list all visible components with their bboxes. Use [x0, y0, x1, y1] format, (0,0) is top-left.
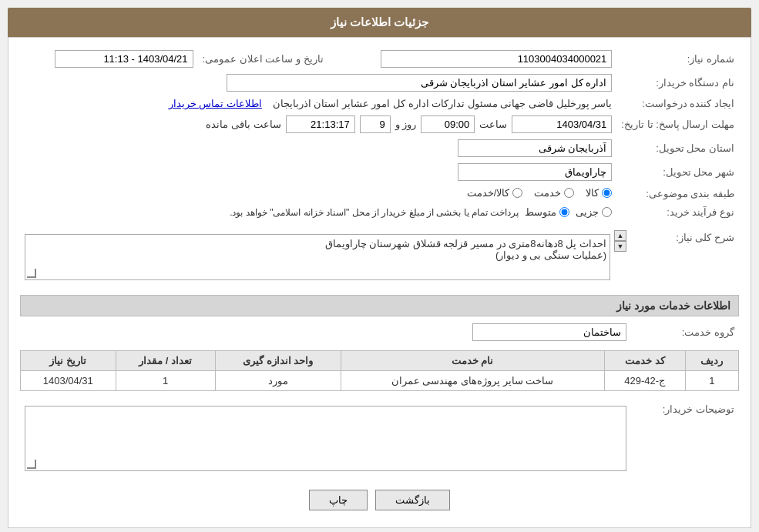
col-date: تاریخ نیاز [21, 351, 116, 371]
need-number-input[interactable] [381, 50, 612, 68]
purchase-type-jozi[interactable]: جزیی [576, 206, 612, 218]
purchase-type-note: پرداخت تمام یا بخشی از مبلغ خریدار از مح… [230, 207, 519, 218]
resize-handle[interactable] [27, 269, 36, 278]
buyer-description-label: توضیحات خریدار: [631, 399, 739, 478]
service-group-label: گروه خدمت: [631, 320, 739, 344]
purchase-type-motavaset[interactable]: متوسط [525, 206, 569, 218]
scroll-up-btn[interactable]: ▲ [614, 230, 626, 241]
deadline-remaining-label: ساعت باقی مانده [206, 119, 280, 130]
col-quantity: تعداد / مقدار [116, 351, 215, 371]
category-kala-khedmat-option[interactable]: کالا/خدمت [467, 187, 523, 199]
creator-label: ایجاد کننده درخواست: [616, 95, 739, 112]
scroll-down-btn[interactable]: ▼ [614, 241, 626, 252]
category-label: طبقه بندی موضوعی: [616, 184, 739, 203]
cell-service-code: ج-42-429 [604, 371, 685, 391]
deadline-label: مهلت ارسال پاسخ: تا تاریخ: [616, 112, 739, 136]
announcement-datetime-label: تاریخ و ساعت اعلان عمومی: [198, 47, 328, 71]
deadline-date-input[interactable] [512, 115, 612, 133]
col-service-code: کد خدمت [604, 351, 685, 371]
need-description-box: احداث پل 8دهانه8متری در مسیر قزلجه قشلاق… [25, 234, 610, 280]
col-unit: واحد اندازه گیری [215, 351, 341, 371]
service-group-input[interactable] [472, 323, 626, 341]
scroll-arrows[interactable]: ▲ ▼ [614, 230, 626, 252]
category-khedmat-option[interactable]: خدمت [534, 187, 574, 199]
button-group: بازگشت چاپ [20, 490, 739, 518]
buyer-description-box[interactable] [25, 406, 626, 471]
need-number-label: شماره نیاز: [616, 47, 739, 71]
buyer-org-label: نام دستگاه خریدار: [616, 71, 739, 95]
need-description-text: احداث پل 8دهانه8متری در مسیر قزلجه قشلاق… [29, 238, 606, 261]
back-button[interactable]: بازگشت [375, 490, 450, 510]
cell-date: 1403/04/31 [21, 371, 116, 391]
deadline-day-label: روز و [395, 119, 417, 130]
need-description-label: شرح کلی نیاز: [631, 227, 739, 287]
purchase-type-label: نوع فرآیند خرید: [616, 203, 739, 221]
buyer-org-input[interactable] [227, 74, 612, 92]
announcement-datetime-input[interactable] [55, 50, 193, 68]
col-row-num: ردیف [685, 351, 738, 371]
buyer-resize-handle[interactable] [27, 460, 36, 469]
city-input[interactable] [458, 163, 612, 181]
table-row: 1 ج-42-429 ساخت سایر پروژه‌های مهندسی عم… [21, 371, 739, 391]
cell-unit: مورد [215, 371, 341, 391]
city-label: شهر محل تحویل: [616, 160, 739, 184]
col-service-name: نام خدمت [341, 351, 604, 371]
contact-link[interactable]: اطلاعات تماس خریدار [169, 98, 262, 109]
category-kala-option[interactable]: کالا [586, 187, 612, 199]
province-input[interactable] [458, 139, 612, 157]
cell-service-name: ساخت سایر پروژه‌های مهندسی عمران [341, 371, 604, 391]
deadline-time-input[interactable] [421, 115, 475, 133]
page-header: جزئیات اطلاعات نیاز [8, 8, 751, 37]
cell-row-num: 1 [685, 371, 738, 391]
province-label: استان محل تحویل: [616, 136, 739, 160]
page-title: جزئیات اطلاعات نیاز [331, 15, 428, 28]
services-table: ردیف کد خدمت نام خدمت واحد اندازه گیری ت… [20, 350, 739, 391]
deadline-days-input[interactable] [360, 115, 391, 133]
deadline-time-label: ساعت [479, 119, 507, 130]
print-button[interactable]: چاپ [309, 490, 368, 510]
cell-quantity: 1 [116, 371, 215, 391]
services-section-header: اطلاعات خدمات مورد نیاز [20, 295, 739, 316]
creator-value: یاسر پورخلیل قاضی جهانی مسئول تدارکات اد… [273, 98, 613, 109]
deadline-remaining-input[interactable] [286, 115, 355, 133]
